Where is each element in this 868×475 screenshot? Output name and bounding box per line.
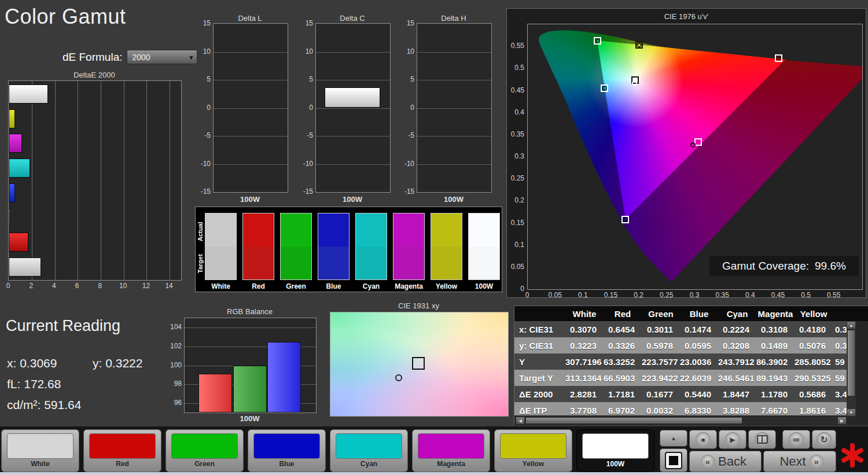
gridline [316, 164, 390, 165]
scroll-left-button[interactable]: ◀ [516, 417, 525, 425]
target-swatch [469, 246, 499, 279]
back-label: Back [718, 454, 746, 469]
pattern-label: Green [166, 460, 243, 468]
pattern-button-cyan[interactable]: Cyan [330, 429, 408, 472]
tick-label: 0.25 [508, 174, 524, 182]
tick-label: 0 [400, 104, 414, 112]
tick-label: 0.5 [508, 64, 524, 72]
scroll-down-button[interactable]: ▼ [847, 408, 856, 417]
pattern-bar: WhiteRedGreenBlueCyanMagentaYellow100W ▲… [0, 426, 868, 475]
bar-blue [9, 183, 15, 202]
bar-row [9, 233, 181, 252]
table-row[interactable]: Target Y313.136466.5903223.942222.603924… [514, 370, 847, 386]
play-button[interactable]: ▶ [719, 430, 746, 449]
bar-blue [267, 342, 301, 413]
pattern-label: Red [84, 460, 161, 468]
scrollbar-thumb[interactable] [525, 417, 742, 424]
scrollbar-thumb[interactable] [847, 330, 855, 396]
step-icon [757, 435, 768, 444]
back-chevron-icon: « [701, 455, 715, 469]
table-row[interactable]: ΔE ITP3.77086.97020.00326.83303.82887.66… [514, 402, 847, 415]
target-label: Target [197, 248, 205, 280]
color-gamut-page: Color Gamut dE Formula: 2000 ▼ DeltaE 20… [0, 0, 868, 475]
target-swatch [393, 246, 424, 279]
gridline [185, 327, 316, 328]
gridline [417, 136, 491, 137]
refresh-button[interactable]: ↻ [812, 430, 836, 449]
table-row[interactable]: ΔE 20002.82811.71810.16770.54401.84471.1… [514, 386, 847, 402]
collapse-button[interactable]: ▲ [660, 430, 687, 447]
next-button[interactable]: Next » [763, 451, 836, 472]
target-swatch [356, 246, 387, 279]
chart-title: CIE 1976 u'v' [507, 12, 866, 21]
chart-title: RGB Balance [184, 307, 315, 316]
swatch-block [280, 213, 312, 280]
play-icon: ▶ [730, 436, 735, 444]
cell: 1.1780 [756, 389, 795, 399]
back-button[interactable]: « Back [689, 451, 762, 472]
tick-label: 5 [400, 75, 414, 83]
chart-title: DeltaE 2000 [8, 71, 181, 79]
swatch-magenta: Magenta [393, 213, 425, 290]
stop-button[interactable]: ■ [689, 430, 717, 449]
step-button[interactable] [748, 430, 776, 449]
cell: 0.2224 [718, 325, 756, 334]
pattern-button-100w[interactable]: 100W [576, 429, 654, 472]
pattern-swatch [582, 433, 649, 459]
table-row[interactable]: y: CIE310.32230.33260.59780.05950.32080.… [514, 337, 847, 354]
pattern-button-white[interactable]: White [1, 429, 79, 472]
row-label: x: CIE31 [514, 325, 565, 334]
pattern-button-yellow[interactable]: Yellow [494, 429, 572, 472]
bar-100w [9, 84, 48, 104]
reading-y: y: 0.3222 [93, 356, 142, 370]
delta-l-chart: Delta L151050-5-10-15100W [197, 12, 290, 205]
actual-swatch [431, 213, 462, 246]
bar-100w [325, 87, 380, 108]
cell: 0.1489 [756, 341, 795, 351]
tick-label: 0.4 [508, 108, 524, 116]
x-axis-label: 100W [417, 195, 491, 204]
cell: 6.9702 [604, 406, 642, 415]
pattern-label: 100W [577, 460, 654, 468]
cell: 307.7196 [565, 357, 604, 367]
loop-button[interactable]: ∞ [782, 430, 810, 449]
scroll-up-button[interactable]: ▲ [847, 321, 856, 329]
de-formula-dropdown[interactable]: 2000 ▼ [127, 50, 197, 64]
cell: 285.8052 [795, 357, 833, 367]
pattern-label: Magenta [413, 460, 490, 468]
marker-green-measured [595, 38, 600, 43]
table-row[interactable]: x: CIE310.30700.64540.30110.14740.22240.… [514, 321, 847, 337]
actual-swatch [393, 213, 424, 246]
plot-area [315, 23, 391, 193]
app-logo [837, 428, 868, 472]
bar-green [9, 208, 10, 227]
tick-label: 10 [400, 47, 414, 56]
pattern-button-green[interactable]: Green [165, 429, 244, 472]
cell: 66.5903 [604, 373, 642, 383]
horizontal-scrollbar[interactable]: ◀ ▶ [516, 417, 847, 425]
chart-title: Delta H [417, 14, 491, 23]
tick-label: 0 [197, 104, 211, 112]
cell: 86.3902 [756, 357, 795, 367]
target-swatch [318, 246, 349, 279]
deltae-2000-plot [8, 80, 182, 281]
scroll-right-button[interactable]: ▶ [837, 417, 847, 425]
cell: 59 [833, 357, 847, 367]
swatch-red: Red [242, 213, 274, 290]
pattern-button-red[interactable]: Red [83, 429, 161, 472]
cell: 1.7181 [604, 389, 642, 399]
pattern-window-toggle-button[interactable] [660, 448, 687, 472]
vertical-scrollbar[interactable]: ▲ ▼ [847, 321, 856, 417]
column-header: Blue [680, 309, 718, 319]
pattern-button-magenta[interactable]: Magenta [412, 429, 490, 472]
pattern-label: Yellow [495, 460, 572, 468]
pattern-button-blue[interactable]: Blue [248, 429, 326, 472]
cell: 63.3252 [604, 357, 642, 367]
gridline [417, 52, 491, 53]
tick-label: 15 [197, 19, 211, 27]
tick-label: 0.5 [795, 291, 818, 299]
cie-1931-chart: CIE 1931 xy [324, 301, 515, 420]
tick-label: 0.2 [627, 291, 650, 299]
table-row[interactable]: Y307.719663.3252223.757723.0036243.79128… [514, 354, 847, 370]
tick-label: -5 [400, 131, 414, 139]
